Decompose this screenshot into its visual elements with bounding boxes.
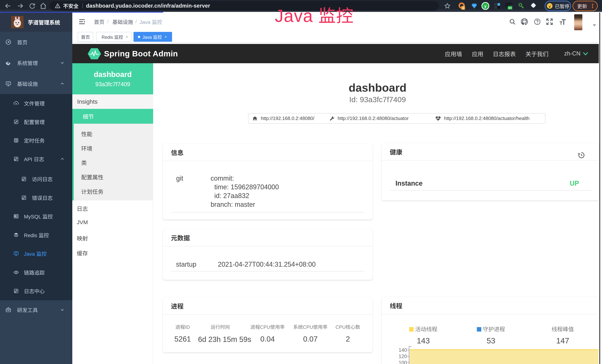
svg-text:1: 1 [462,6,464,10]
svg-text:y: y [484,4,486,8]
svg-text:on: on [508,6,512,9]
